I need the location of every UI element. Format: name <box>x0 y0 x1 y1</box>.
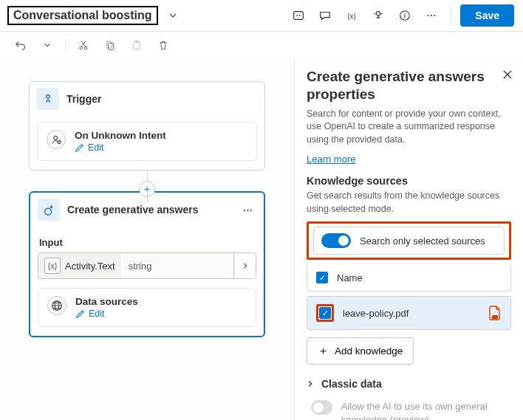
gen-title: Create generative answers <box>67 204 233 216</box>
topic-title: Conversational boosting <box>13 9 152 22</box>
comment-icon[interactable] <box>315 5 335 26</box>
trigger-subcard[interactable]: On Unknown Intent Edit <box>37 122 257 161</box>
highlight-toggle: Search only selected sources <box>307 221 511 260</box>
input-field[interactable]: {x} Activity.Text string <box>38 252 256 279</box>
add-knowledge-button[interactable]: ＋ Add knowledge <box>307 337 414 365</box>
ks-desc: Get search results from the knowledge so… <box>307 190 511 216</box>
pencil-icon <box>75 142 85 153</box>
properties-panel: Create generative answers properties Sea… <box>294 59 523 420</box>
chevron-right-icon <box>307 380 314 388</box>
name-column-header: Name <box>337 272 363 283</box>
pdf-icon <box>488 306 502 320</box>
delete-button[interactable] <box>154 36 172 54</box>
svg-point-18 <box>54 136 58 140</box>
trigger-sub-title: On Unknown Intent <box>75 130 166 141</box>
svg-rect-14 <box>109 44 114 50</box>
svg-rect-13 <box>106 41 112 48</box>
canvas-toolbar <box>0 32 523 59</box>
debug-icon[interactable] <box>368 5 389 26</box>
svg-point-1 <box>297 15 298 16</box>
copilot-icon[interactable] <box>288 5 309 26</box>
svg-point-17 <box>47 94 50 98</box>
search-selected-toggle-row[interactable]: Search only selected sources <box>313 227 505 255</box>
toggle-label: Search only selected sources <box>360 235 485 247</box>
classic-data-expander[interactable]: Classic data <box>307 378 511 390</box>
select-all-checkbox[interactable] <box>316 272 328 283</box>
save-button[interactable]: Save <box>460 4 514 27</box>
svg-rect-0 <box>294 12 304 20</box>
highlight-checkbox <box>316 304 334 322</box>
authoring-canvas[interactable]: Trigger On Unknown Intent Edit <box>0 59 294 420</box>
edit-label: Edit <box>89 309 105 319</box>
svg-rect-7 <box>405 15 406 18</box>
svg-point-4 <box>377 12 380 16</box>
svg-point-2 <box>299 15 301 16</box>
svg-point-11 <box>80 47 83 49</box>
edit-label: Edit <box>88 142 104 153</box>
trigger-edit-link[interactable]: Edit <box>75 142 166 153</box>
close-button[interactable] <box>502 69 513 80</box>
svg-point-20 <box>45 208 52 215</box>
copy-button[interactable] <box>101 36 119 54</box>
globe-icon <box>47 296 66 315</box>
topic-title-dropdown[interactable]: Conversational boosting <box>7 6 158 25</box>
node-more-icon[interactable]: ⋯ <box>240 204 256 216</box>
cut-button[interactable] <box>75 36 92 54</box>
learn-more-link[interactable]: Learn more <box>307 154 355 165</box>
trigger-node[interactable]: Trigger On Unknown Intent Edit <box>29 81 265 171</box>
undo-button[interactable] <box>12 36 30 54</box>
svg-point-9 <box>431 15 432 16</box>
plus-icon: ＋ <box>318 344 329 358</box>
classic-data-label: Classic data <box>321 378 382 390</box>
allow-toggle <box>311 400 332 415</box>
more-icon[interactable] <box>421 5 442 26</box>
svg-rect-23 <box>492 315 498 319</box>
toggle-switch[interactable] <box>321 233 351 248</box>
variable-icon: {x} <box>44 258 61 274</box>
sources-header-row[interactable]: Name <box>307 264 511 292</box>
undo-chevron-icon[interactable] <box>38 36 56 54</box>
allow-general-knowledge-row: Allow the AI to use its own general know… <box>307 400 511 420</box>
svg-point-10 <box>434 15 436 16</box>
person-icon <box>47 130 66 149</box>
data-sources-subcard[interactable]: Data sources Edit <box>38 288 256 327</box>
svg-point-8 <box>428 15 429 16</box>
paste-button[interactable] <box>128 36 146 54</box>
ds-edit-link[interactable]: Edit <box>75 309 138 319</box>
info-icon[interactable] <box>394 5 415 26</box>
trigger-title: Trigger <box>66 93 257 105</box>
source-row[interactable]: leave-policy.pdf <box>307 296 511 330</box>
input-expand-button[interactable] <box>233 253 256 278</box>
panel-title: Create generative answers properties <box>307 68 511 103</box>
chip-type: string <box>121 261 233 272</box>
ds-title: Data sources <box>75 296 138 307</box>
chevron-down-icon[interactable] <box>168 11 177 20</box>
pencil-icon <box>75 309 86 319</box>
svg-point-12 <box>84 47 87 49</box>
generative-answers-node[interactable]: Create generative answers ⋯ Input {x} Ac… <box>29 191 265 337</box>
add-knowledge-label: Add knowledge <box>335 345 403 357</box>
input-label: Input <box>39 237 255 248</box>
ks-heading: Knowledge sources <box>307 175 511 187</box>
source-name: leave-policy.pdf <box>343 308 409 319</box>
svg-point-6 <box>404 13 406 14</box>
top-bar: Conversational boosting {x} Save <box>0 0 523 32</box>
variables-icon[interactable]: {x} <box>341 5 362 26</box>
source-checkbox[interactable] <box>319 307 331 319</box>
sparkle-icon <box>38 199 60 221</box>
panel-desc: Search for content or provide your own c… <box>307 108 511 147</box>
trigger-icon <box>37 88 59 110</box>
allow-text: Allow the AI to use its own general know… <box>341 400 511 420</box>
svg-text:{x}: {x} <box>348 12 357 20</box>
chip-label: Activity.Text <box>65 261 115 272</box>
